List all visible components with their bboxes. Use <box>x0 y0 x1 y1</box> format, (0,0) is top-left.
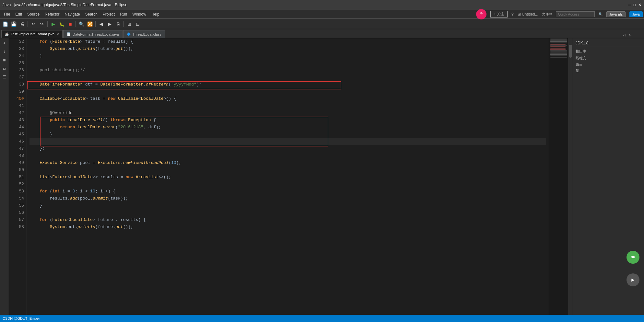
menu-file[interactable]: File <box>1 11 13 18</box>
live-helper-label: 36 <box>631 255 635 259</box>
quick-access-input[interactable] <box>556 11 595 17</box>
code-line-52 <box>29 181 546 188</box>
minimap-line-12 <box>550 53 567 54</box>
forward-btn[interactable]: ▶ <box>106 20 113 28</box>
tab-test-simple-date-format[interactable]: ☕ TestSimpleDateFormat.java ✕ <box>1 30 63 38</box>
line-num-50: 50 <box>9 167 24 174</box>
play-button[interactable]: ▶ <box>626 273 639 286</box>
help-icon[interactable]: ? <box>511 12 514 17</box>
align-btn[interactable]: ⊞ <box>125 20 133 28</box>
title-bar: Java - java8/src/com/atguigu/java8/TestS… <box>0 0 644 10</box>
java-ee-perspective[interactable]: Java EE <box>606 11 626 17</box>
maximize-btn[interactable]: □ <box>633 3 636 7</box>
line-num-38: 38 <box>9 81 24 88</box>
tab-bar: ☕ TestSimpleDateFormat.java ✕ 📄 DateForm… <box>0 29 644 38</box>
sidebar-icon-5[interactable]: ☰ <box>1 73 8 81</box>
tab-thread-local-class[interactable]: 🔷 ThreadLocal.class <box>123 30 165 38</box>
expand-icon[interactable]: ▷ <box>628 32 633 38</box>
minimap-line-14 <box>550 55 567 56</box>
minimap-line-8 <box>550 48 566 49</box>
menu-help[interactable]: Help <box>149 11 162 18</box>
tab-close-1[interactable]: ✕ <box>56 32 59 36</box>
minimap-line-11 <box>550 52 567 52</box>
sep2 <box>47 21 48 27</box>
collapse-icon[interactable]: ◁ <box>622 32 627 38</box>
right-panel-item-2: 线程安 <box>576 56 641 61</box>
undo-btn[interactable]: ↩ <box>29 20 37 28</box>
follow-button[interactable]: + 关注 <box>490 11 508 17</box>
menu-source[interactable]: Source <box>25 11 42 18</box>
code-line-32: for (Future<Date> future : results) { <box>29 38 546 45</box>
menu-edit[interactable]: Edit <box>13 11 25 18</box>
stop-btn[interactable]: ⏹ <box>66 20 74 28</box>
user-avatar: 千 <box>476 9 486 19</box>
line-num-51: 51 <box>9 174 24 181</box>
right-panel-item-4: 量 <box>576 68 641 73</box>
split-btn[interactable]: ⊟ <box>134 20 142 28</box>
menu-project[interactable]: Project <box>100 11 117 18</box>
code-editor[interactable]: 32 33 34 35 36 37 38 39 40⊖ 41 42 43 44 … <box>9 38 573 322</box>
code-line-51: List<Future<LocalDate>> results = new Ar… <box>29 174 546 181</box>
sep5 <box>123 21 124 27</box>
minimap-line-2 <box>550 40 567 41</box>
line-num-43: 43 <box>9 117 24 124</box>
navigate-btn[interactable]: 🔀 <box>86 20 94 28</box>
code-content[interactable]: for (Future<Date> future : results) { Sy… <box>27 38 549 322</box>
minimap-line-9 <box>550 49 566 50</box>
run-btn[interactable]: ▶ <box>49 20 57 28</box>
sidebar-icon-1[interactable]: ⌖ <box>1 40 8 47</box>
line-num-34: 34 <box>9 52 24 60</box>
sidebar-icon-4[interactable]: ⊟ <box>1 65 8 73</box>
view-menu-icon[interactable]: ⋮ <box>634 32 640 38</box>
class-file-icon: 🔷 <box>127 32 131 36</box>
save-btn[interactable]: 💾 <box>10 20 18 28</box>
menu-window[interactable]: Window <box>130 11 149 18</box>
line-num-44: 44 <box>9 124 24 131</box>
minimap-line-1 <box>550 39 567 40</box>
minimap-line-3 <box>550 41 567 42</box>
minimize-btn[interactable]: ─ <box>628 3 631 7</box>
code-line-44: return LocalDate.parse("20161218", dtf); <box>29 124 546 131</box>
live-helper-bubble[interactable]: 36 <box>626 251 639 264</box>
menu-navigate[interactable]: Navigate <box>62 11 82 18</box>
code-line-35 <box>29 60 546 67</box>
sep4 <box>95 21 96 27</box>
print-btn[interactable]: 🖨 <box>18 20 26 28</box>
line-num-54: 54 <box>9 195 24 202</box>
menu-refactor[interactable]: Refactor <box>42 11 62 18</box>
last-edit-btn[interactable]: ⎘ <box>114 20 122 28</box>
line-num-45: 45 <box>9 131 24 138</box>
sidebar-icon-2[interactable]: ↕ <box>1 48 8 56</box>
line-num-37: 37 <box>9 74 24 81</box>
sidebar-icon-3[interactable]: ⊞ <box>1 56 8 64</box>
new-btn[interactable]: 📄 <box>1 20 9 28</box>
menu-run[interactable]: Run <box>117 11 130 18</box>
line-num-58: 58 <box>9 224 24 231</box>
right-panel-item-1: 接口中 <box>576 49 641 54</box>
file-info: 文件中 <box>542 12 552 17</box>
code-line-55: } <box>29 202 546 209</box>
minimap-line-6 <box>550 45 567 46</box>
line-num-42: 42 <box>9 109 24 117</box>
minimap-line-13 <box>550 54 567 55</box>
tab-date-format-thread-local[interactable]: 📄 DateFormatThreadLocal.java <box>63 30 122 38</box>
debug-btn[interactable]: 🐛 <box>58 20 65 28</box>
line-num-47: 47 <box>9 145 24 152</box>
window-title: Java - java8/src/com/atguigu/java8/TestS… <box>3 3 628 7</box>
menu-search[interactable]: Search <box>83 11 100 18</box>
close-btn[interactable]: ✕ <box>638 3 641 7</box>
scrollbar-track[interactable] <box>568 38 573 322</box>
java-perspective[interactable]: Java <box>629 11 643 17</box>
code-line-54: results.add(pool.submit(task)); <box>29 195 546 202</box>
tab-label-1: TestSimpleDateFormat.java <box>11 32 54 36</box>
code-line-47: }; <box>29 145 546 152</box>
code-line-42: @Override <box>29 109 546 117</box>
minimap <box>549 38 568 322</box>
line-num-52: 52 <box>9 181 24 188</box>
code-line-57: for (Future<LocalDate> future : results)… <box>29 216 546 224</box>
search-btn[interactable]: 🔍 <box>77 20 85 28</box>
scrollbar-thumb[interactable] <box>569 45 572 58</box>
back-btn[interactable]: ◀ <box>97 20 105 28</box>
line-num-40: 40⊖ <box>9 95 24 102</box>
redo-btn[interactable]: ↪ <box>38 20 46 28</box>
